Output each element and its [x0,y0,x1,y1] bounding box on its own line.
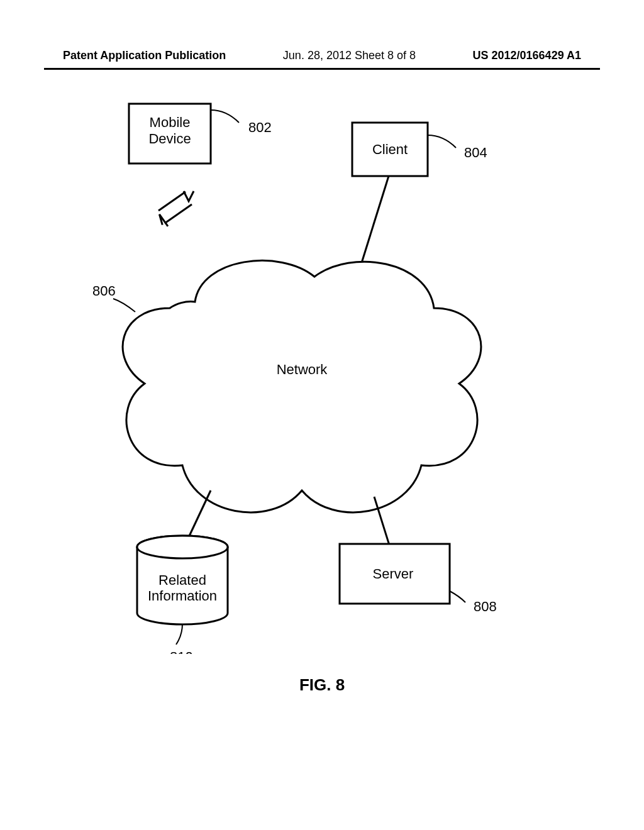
db-ref-leader [176,624,182,645]
page-header: Patent Application Publication Jun. 28, … [0,49,644,62]
figure-label: FIG. 8 [0,675,644,695]
header-date-sheet: Jun. 28, 2012 Sheet 8 of 8 [283,49,416,62]
header-publication: Patent Application Publication [63,49,226,62]
server-ref-leader [450,591,465,602]
mobile-device-label1: Mobile [150,114,191,130]
client-ref: 804 [464,145,487,160]
svg-line-1 [165,204,192,223]
svg-point-3 [137,536,228,558]
server-label: Server [373,566,414,582]
network-ref: 806 [92,283,116,299]
mobile-device-label2: Device [148,131,191,147]
client-ref-leader [428,135,456,148]
svg-line-0 [158,192,186,211]
header-divider [44,68,600,70]
network-ref-leader [113,299,135,312]
header-patent-number: US 2012/0166429 A1 [473,49,581,62]
db-ref: 810 [170,649,193,654]
related-label1: Related [158,572,206,588]
mobile-ref-leader [211,110,239,123]
network-diagram: Mobile Device 802 Client 804 Network 806… [0,88,644,654]
server-ref: 808 [474,599,497,614]
mobile-ref: 802 [248,119,272,135]
network-cloud [123,260,481,512]
related-label2: Information [148,588,217,604]
client-label: Client [372,141,408,157]
wireless-icon [157,191,194,226]
network-label: Network [277,362,328,377]
